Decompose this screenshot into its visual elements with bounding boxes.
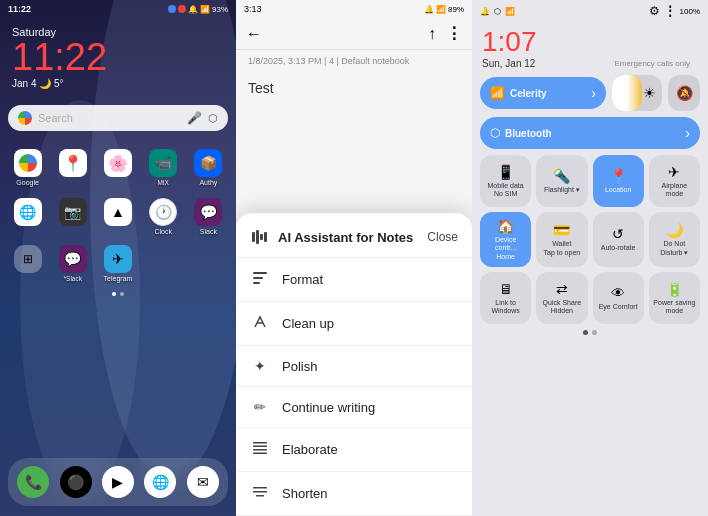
qs-tile-eye-comfort[interactable]: 👁 Eye Comfort	[593, 272, 644, 324]
app-drive[interactable]: ▲	[98, 198, 137, 235]
meet-icon: 📹	[149, 149, 177, 177]
svg-rect-3	[264, 232, 267, 242]
qs-brightness-slider[interactable]: ☀	[612, 75, 662, 111]
dnd-label: Do Not Disturb ▾	[653, 240, 696, 257]
autorotate-icon: ↺	[612, 226, 624, 242]
dock-camera[interactable]: ⚫	[60, 466, 92, 498]
qs-tile-wallet[interactable]: 💳 WalletTap to open	[536, 212, 587, 267]
qs-tile-dnd[interactable]: 🌙 Do Not Disturb ▾	[649, 212, 700, 267]
ai-menu-cleanup[interactable]: Clean up	[236, 302, 472, 346]
dock-chrome[interactable]: 🌐	[144, 466, 176, 498]
qs-tile-autorotate[interactable]: ↺ Auto-rotate	[593, 212, 644, 267]
qs-tile-power-saving[interactable]: 🔋 Power savingmode	[649, 272, 700, 324]
app-camera[interactable]: 📷	[53, 198, 92, 235]
qs-wifi-icon: 📶	[490, 86, 505, 100]
notes-meta: 1/8/2025, 3:13 PM | 4 | Default notebook	[236, 50, 472, 72]
ai-menu-polish[interactable]: ✦ Polish	[236, 346, 472, 387]
app-meet[interactable]: 📹 MiX	[144, 149, 183, 186]
app-maps[interactable]: 📍	[53, 149, 92, 186]
notes-back-button[interactable]: ←	[246, 25, 262, 43]
ai-sheet-icon	[250, 227, 270, 247]
link-windows-icon: 🖥	[499, 281, 513, 297]
mic-icon[interactable]: 🎤	[187, 111, 202, 125]
qs-tile-location[interactable]: 📍 Location	[593, 155, 644, 207]
notes-text: Test	[248, 80, 274, 96]
qs-wifi-name: Celerity	[510, 88, 547, 99]
page-dots	[0, 292, 236, 296]
app-dropbox[interactable]: 📦 Authy	[189, 149, 228, 186]
page-dot-1	[112, 292, 116, 296]
device-ctrl-label: Device contr...Home	[484, 236, 527, 261]
notes-panel: 3:13 🔔 📶 89% ← ↑ ⋮ 1/8/2025, 3:13 PM | 4…	[236, 0, 472, 516]
app-folder[interactable]: ⊞	[8, 245, 47, 282]
maps-icon: 📍	[59, 149, 87, 177]
notes-battery: 89%	[448, 5, 464, 14]
dock-phone[interactable]: 📞	[17, 466, 49, 498]
ai-menu-format[interactable]: Format	[236, 258, 472, 302]
ai-assistant-sheet: AI Assistant for Notes Close Format	[236, 213, 472, 516]
qs-tile-airplane[interactable]: ✈ Airplane mode	[649, 155, 700, 207]
qs-tile-quick-share[interactable]: ⇄ Quick ShareHidden	[536, 272, 587, 324]
app-chrome[interactable]: 🌐	[8, 198, 47, 235]
clock-icon: 🕐	[149, 198, 177, 226]
qs-tile-grid-2: 🏠 Device contr...Home 💳 WalletTap to ope…	[472, 212, 708, 267]
notes-share-button[interactable]: ↑	[428, 25, 436, 43]
slack-label: Slack	[200, 228, 217, 235]
page-dot-2	[120, 292, 124, 296]
shorten-icon	[250, 484, 270, 503]
notes-status-bar: 3:13 🔔 📶 89%	[236, 0, 472, 18]
svg-rect-13	[256, 495, 264, 497]
app-clock[interactable]: 🕐 Clock	[144, 198, 183, 235]
location-icon: 📍	[610, 168, 627, 184]
notes-toolbar: ← ↑ ⋮	[236, 18, 472, 50]
qs-wifi-tile[interactable]: 📶 Celerity ›	[480, 77, 606, 109]
eye-comfort-label: Eye Comfort	[599, 303, 638, 311]
app-photos[interactable]: 🌸	[98, 149, 137, 186]
power-saving-icon: 🔋	[666, 281, 683, 297]
app-slack2[interactable]: 💬 *Slack	[53, 245, 92, 282]
qs-tile-device-ctrl[interactable]: 🏠 Device contr...Home	[480, 212, 531, 267]
continue-label: Continue writing	[282, 400, 375, 415]
qs-wifi-status-icon: 📶	[505, 7, 515, 16]
quick-share-label: Quick ShareHidden	[543, 299, 582, 316]
qs-dot-2	[592, 330, 597, 335]
qs-mute-button[interactable]: 🔕	[668, 75, 700, 111]
app-grid-row1: Google 📍 🌸 📹 MiX 📦 Authy	[0, 143, 236, 192]
camera-icon: 📷	[59, 198, 87, 226]
qs-alarm-icon: 🔔	[480, 7, 490, 16]
qs-date: Sun, Jan 12	[482, 58, 535, 69]
qs-more-icon[interactable]: ⋮	[664, 4, 676, 18]
notif-g2-icon	[178, 5, 186, 13]
elaborate-icon	[250, 440, 270, 459]
dropbox-label: Authy	[199, 179, 217, 186]
qs-date-row: Sun, Jan 12 Emergency calls only	[472, 58, 708, 75]
home-date: Jan 4 🌙 5°	[12, 78, 224, 89]
qs-tile-flashlight[interactable]: 🔦 Flashlight ▾	[536, 155, 587, 207]
ai-menu-continue[interactable]: ✏ Continue writing	[236, 387, 472, 428]
qs-tile-link-windows[interactable]: 🖥 Link toWindows	[480, 272, 531, 324]
ai-close-button[interactable]: Close	[427, 230, 458, 244]
app-telegram[interactable]: ✈ Telegram	[98, 245, 137, 282]
google-search-bar[interactable]: Search 🎤 ⬡	[8, 105, 228, 131]
lens-icon[interactable]: ⬡	[208, 112, 218, 125]
qs-notif-icons: 🔔 ⬡ 📶	[480, 7, 515, 16]
qs-gear-icon[interactable]: ⚙	[649, 4, 660, 18]
app-google[interactable]: Google	[8, 149, 47, 186]
ai-menu-shorten[interactable]: Shorten	[236, 472, 472, 516]
app-slack[interactable]: 💬 Slack	[189, 198, 228, 235]
elaborate-label: Elaborate	[282, 442, 338, 457]
ai-menu-elaborate[interactable]: Elaborate	[236, 428, 472, 472]
qs-battery-status: 100%	[680, 7, 700, 16]
ai-sheet-header: AI Assistant for Notes Close	[236, 213, 472, 258]
airplane-label: Airplane mode	[653, 182, 696, 199]
qs-tile-mobile-data[interactable]: 📱 Mobile dataNo SIM	[480, 155, 531, 207]
dock-play[interactable]: ▶	[102, 466, 134, 498]
google-label: Google	[16, 179, 39, 186]
notes-wifi-icon: 📶	[436, 5, 446, 14]
cleanup-label: Clean up	[282, 316, 334, 331]
qs-bt-arrow-icon: ›	[685, 125, 690, 141]
dock-gmail[interactable]: ✉	[187, 466, 219, 498]
qs-bt-tile[interactable]: ⬡ Bluetooth ›	[480, 117, 700, 149]
notes-more-button[interactable]: ⋮	[446, 24, 462, 43]
chrome-icon: 🌐	[14, 198, 42, 226]
